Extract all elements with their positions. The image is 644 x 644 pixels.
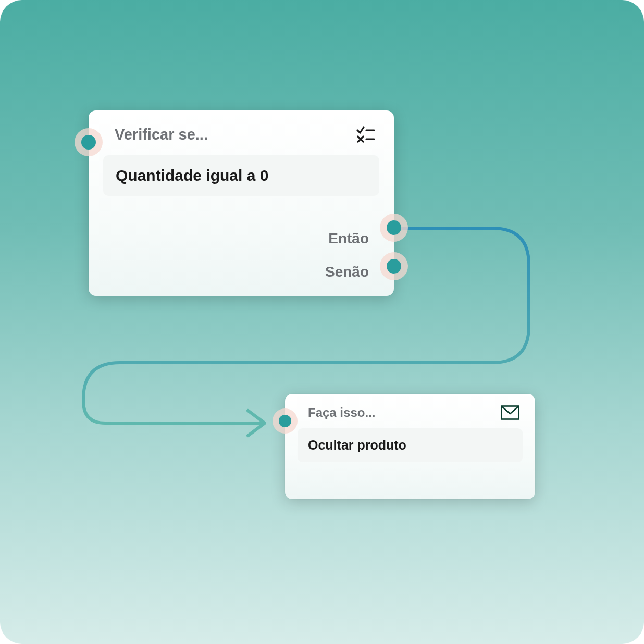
port-dot-icon	[81, 135, 96, 150]
action-input-port[interactable]	[273, 408, 298, 434]
else-label: Senão	[325, 264, 369, 280]
checklist-icon	[356, 125, 375, 144]
condition-expression[interactable]: Quantidade igual a 0	[103, 155, 379, 196]
port-dot-icon	[279, 415, 291, 427]
action-node[interactable]: Faça isso... Ocultar produto	[285, 394, 535, 499]
action-title: Faça isso...	[308, 405, 375, 420]
then-label: Então	[325, 230, 369, 247]
flow-canvas: Verificar se... Quantidade igual a 0 Ent…	[0, 0, 644, 644]
condition-node[interactable]: Verificar se... Quantidade igual a 0 Ent…	[89, 110, 394, 296]
condition-title: Verificar se...	[115, 126, 208, 143]
condition-input-port[interactable]	[75, 128, 103, 156]
condition-then-port[interactable]	[380, 214, 408, 242]
action-expression[interactable]: Ocultar produto	[298, 428, 523, 462]
port-dot-icon	[387, 259, 401, 274]
envelope-icon	[501, 405, 519, 420]
condition-else-port[interactable]	[380, 252, 408, 280]
connector-then-to-action	[0, 0, 644, 644]
port-dot-icon	[387, 220, 401, 235]
